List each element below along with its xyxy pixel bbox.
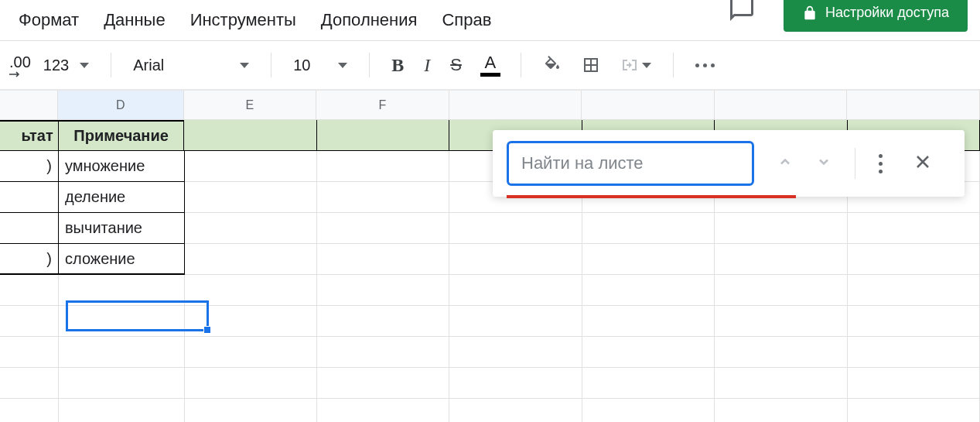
table-cell[interactable] (582, 399, 715, 422)
comments-icon[interactable] (728, 0, 756, 26)
table-cell[interactable] (317, 120, 449, 151)
table-cell[interactable] (449, 306, 582, 337)
column-header-d[interactable]: D (58, 91, 184, 119)
table-cell[interactable] (185, 337, 317, 368)
table-cell[interactable] (848, 368, 980, 399)
table-cell[interactable] (582, 213, 715, 244)
table-cell[interactable] (848, 213, 980, 244)
table-cell[interactable] (317, 151, 449, 182)
find-close-button[interactable] (909, 148, 937, 179)
font-family-dropdown[interactable]: Arial (125, 53, 257, 77)
table-cell[interactable]: умножение (59, 151, 185, 182)
table-cell[interactable] (582, 275, 715, 306)
column-header[interactable] (715, 91, 848, 119)
menu-tools[interactable]: Инструменты (181, 5, 306, 35)
table-cell[interactable]: вычитание (59, 213, 185, 244)
table-cell[interactable] (715, 213, 847, 244)
decrease-decimal-button[interactable]: .00 (9, 53, 31, 77)
table-cell[interactable] (582, 244, 715, 275)
table-cell[interactable] (185, 213, 317, 244)
find-next-button[interactable] (811, 149, 836, 177)
number-format-dropdown[interactable]: 123 (36, 53, 97, 77)
column-header[interactable] (847, 91, 980, 119)
table-cell[interactable] (449, 213, 582, 244)
column-header[interactable] (449, 91, 582, 119)
borders-button[interactable] (574, 51, 608, 79)
table-cell[interactable] (185, 306, 317, 337)
table-cell[interactable] (0, 275, 59, 306)
table-cell[interactable]: ) (0, 244, 59, 275)
table-cell[interactable] (848, 244, 980, 275)
table-cell[interactable] (185, 244, 317, 275)
table-cell[interactable] (582, 368, 715, 399)
share-button[interactable]: Настройки доступа (784, 0, 968, 32)
table-cell[interactable] (59, 275, 185, 306)
strikethrough-button[interactable]: S (442, 50, 470, 80)
find-more-options-button[interactable] (874, 149, 887, 178)
table-cell[interactable] (317, 244, 449, 275)
table-cell[interactable] (185, 368, 317, 399)
table-cell[interactable] (59, 399, 185, 422)
table-cell[interactable]: ) (0, 151, 59, 182)
table-cell[interactable] (317, 368, 449, 399)
table-cell[interactable] (59, 306, 185, 337)
table-cell[interactable] (848, 275, 980, 306)
table-cell[interactable] (848, 399, 980, 422)
table-cell[interactable]: ьтат (0, 120, 59, 151)
table-cell[interactable] (715, 337, 847, 368)
table-cell[interactable] (0, 337, 59, 368)
table-cell[interactable]: деление (59, 182, 185, 213)
table-cell[interactable] (0, 182, 59, 213)
fill-color-button[interactable] (535, 51, 569, 79)
table-cell[interactable] (59, 368, 185, 399)
find-input[interactable] (507, 141, 754, 186)
table-cell[interactable] (582, 337, 715, 368)
table-cell[interactable] (715, 306, 847, 337)
table-cell[interactable]: Примечание (59, 120, 185, 151)
table-cell[interactable] (715, 275, 847, 306)
table-cell[interactable] (449, 275, 582, 306)
table-cell[interactable] (317, 182, 449, 213)
table-cell[interactable] (449, 399, 582, 422)
table-cell[interactable] (0, 306, 59, 337)
column-header-f[interactable]: F (316, 91, 449, 119)
menu-format[interactable]: Формат (9, 5, 88, 35)
bold-button[interactable]: B (384, 50, 411, 81)
menu-data[interactable]: Данные (94, 5, 174, 35)
table-cell[interactable] (848, 306, 980, 337)
table-cell[interactable] (317, 306, 449, 337)
menu-addons[interactable]: Дополнения (312, 5, 427, 35)
table-cell[interactable] (715, 244, 847, 275)
table-cell[interactable] (449, 368, 582, 399)
italic-button[interactable]: I (416, 50, 438, 81)
table-cell[interactable] (59, 337, 185, 368)
font-size-dropdown[interactable]: 10 (285, 53, 355, 77)
table-cell[interactable] (449, 244, 582, 275)
text-color-button[interactable]: A (474, 53, 507, 78)
column-header[interactable] (582, 91, 715, 119)
table-cell[interactable] (317, 275, 449, 306)
table-cell[interactable] (317, 399, 449, 422)
table-cell[interactable] (715, 399, 847, 422)
table-cell[interactable] (184, 120, 316, 151)
table-cell[interactable] (848, 337, 980, 368)
find-previous-button[interactable] (773, 149, 797, 177)
column-header-e[interactable]: E (184, 91, 317, 119)
table-cell[interactable]: сложение (59, 244, 185, 275)
table-cell[interactable] (185, 151, 317, 182)
table-cell[interactable] (185, 182, 317, 213)
table-cell[interactable] (582, 306, 715, 337)
table-cell[interactable] (715, 368, 847, 399)
table-cell[interactable] (185, 275, 317, 306)
table-cell[interactable] (185, 399, 317, 422)
table-cell[interactable] (317, 213, 449, 244)
column-header-c-partial[interactable] (0, 91, 58, 119)
table-cell[interactable] (0, 368, 59, 399)
more-options-button[interactable] (688, 56, 722, 75)
table-cell[interactable] (317, 337, 449, 368)
menu-help[interactable]: Справ (432, 5, 500, 35)
table-cell[interactable] (0, 399, 59, 422)
table-cell[interactable] (0, 213, 59, 244)
merge-cells-button[interactable] (613, 51, 659, 79)
table-cell[interactable] (449, 337, 582, 368)
